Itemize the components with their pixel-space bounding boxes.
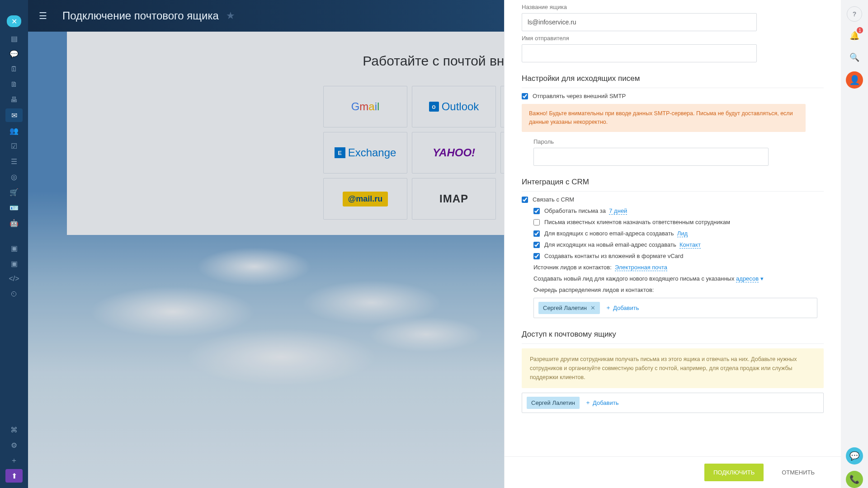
fab-chat[interactable]: 💬 bbox=[846, 447, 863, 465]
settings-panel: Название ящика Имя отправителя Настройки… bbox=[504, 0, 841, 488]
mailbox-name-input[interactable] bbox=[522, 13, 757, 31]
nav-item-drive[interactable]: 🖶 bbox=[5, 93, 23, 107]
sidebar-close-pill[interactable]: ✕ bbox=[7, 15, 21, 27]
queue-user-tag: Сергей Лалетин ✕ bbox=[538, 302, 600, 314]
outgoing-new-type-link[interactable]: Контакт bbox=[679, 241, 701, 249]
provider-exchange[interactable]: EExchange bbox=[323, 132, 407, 174]
nav-item-tasks[interactable]: ☑ bbox=[5, 139, 23, 153]
nav-item-marketing[interactable]: ◎ bbox=[5, 170, 23, 183]
nav-item-upgrade[interactable]: ⬆ bbox=[5, 469, 23, 483]
queue-tag-input[interactable]: Сергей Лалетин ✕ ＋Добавить bbox=[533, 298, 817, 318]
notifications-icon[interactable]: 🔔1 bbox=[847, 28, 862, 43]
nav-item-add[interactable]: ＋ bbox=[5, 454, 23, 467]
mailbox-name-label: Название ящика bbox=[522, 4, 824, 10]
user-avatar[interactable]: 👤 bbox=[846, 71, 863, 89]
exchange-icon: E bbox=[335, 147, 345, 158]
assign-known-label: Письма известных клиентов назначать отве… bbox=[544, 219, 730, 225]
panel-scroll[interactable]: Название ящика Имя отправителя Настройки… bbox=[505, 0, 841, 456]
cancel-button[interactable]: ОТМЕНИТЬ bbox=[773, 464, 824, 481]
nav-item-calendar[interactable]: 🗓 bbox=[5, 62, 23, 76]
nav-item-groups[interactable]: 👥 bbox=[5, 124, 23, 137]
fab-call[interactable]: 📞 bbox=[846, 471, 863, 488]
nav-item-shop[interactable]: 🛒 bbox=[5, 185, 23, 199]
access-add-button[interactable]: ＋Добавить bbox=[585, 399, 618, 407]
main-area: ☰ Подключение почтового ящика ★ ✕ Работа… bbox=[28, 0, 841, 488]
nav-item-more-1[interactable]: ▣ bbox=[5, 241, 23, 255]
help-icon[interactable]: ? bbox=[847, 6, 862, 22]
outgoing-heading: Настройки для исходящих писем bbox=[522, 74, 824, 88]
incoming-new-checkbox[interactable] bbox=[533, 230, 540, 237]
nav-item-filter[interactable]: ☰ bbox=[5, 155, 23, 168]
provider-yahoo[interactable]: YAHOO! bbox=[412, 132, 496, 174]
crm-link-label: Связать с CRM bbox=[533, 196, 574, 203]
chevron-down-icon[interactable]: ▾ bbox=[760, 275, 764, 282]
right-rail: ? 🔔1 🔍 👤 💬 📞 bbox=[841, 0, 868, 488]
smtp-warning: Важно! Будьте внимательны при вводе данн… bbox=[522, 104, 806, 132]
left-sidebar: ✕ ▤ 💬 🗓 🗎 🖶 ✉ 👥 ☑ ☰ ◎ 🛒 🪪 🤖 ▣ ▣ </> ⏲ ⌘ … bbox=[0, 0, 28, 488]
ext-smtp-checkbox[interactable] bbox=[522, 93, 528, 99]
new-lead-addresses-link[interactable]: адресов bbox=[736, 275, 759, 282]
nav-item-code[interactable]: </> bbox=[5, 272, 23, 286]
crm-link-checkbox[interactable] bbox=[522, 197, 528, 203]
nav-item-mail[interactable]: ✉ bbox=[5, 108, 23, 122]
process-days-link[interactable]: 7 дней bbox=[609, 207, 627, 215]
hamburger-icon[interactable]: ☰ bbox=[39, 10, 50, 21]
tag-remove-icon[interactable]: ✕ bbox=[590, 305, 595, 311]
provider-mailru[interactable]: @mail.ru bbox=[323, 178, 407, 220]
provider-gmail[interactable]: Gmail bbox=[323, 86, 407, 127]
provider-imap[interactable]: IMAP bbox=[412, 178, 496, 220]
queue-add-button[interactable]: ＋Добавить bbox=[605, 304, 639, 312]
nav-item-docs[interactable]: 🗎 bbox=[5, 78, 23, 91]
nav-item-bot[interactable]: 🤖 bbox=[5, 216, 23, 230]
nav-item-sitemap[interactable]: ⌘ bbox=[5, 423, 23, 436]
nav-item-pulse[interactable]: ⏲ bbox=[5, 287, 23, 301]
search-icon[interactable]: 🔍 bbox=[847, 50, 862, 65]
notification-badge: 1 bbox=[857, 27, 863, 33]
lead-source-link[interactable]: Электронная почта bbox=[615, 264, 667, 271]
outlook-icon: o bbox=[429, 102, 439, 112]
password-label: Пароль bbox=[533, 138, 824, 145]
access-tag-input[interactable]: Сергей Лалетин ＋Добавить bbox=[522, 393, 824, 413]
nav-item-feed[interactable]: ▤ bbox=[5, 32, 23, 45]
connect-button[interactable]: ПОДКЛЮЧИТЬ bbox=[704, 464, 764, 481]
sender-name-label: Имя отправителя bbox=[522, 35, 824, 42]
vcard-checkbox[interactable] bbox=[533, 253, 540, 259]
provider-outlook[interactable]: oOutlook bbox=[412, 86, 496, 127]
assign-known-checkbox[interactable] bbox=[533, 219, 540, 225]
sender-name-input[interactable] bbox=[522, 44, 757, 62]
nav-item-settings[interactable]: ⚙ bbox=[5, 438, 23, 452]
crm-heading: Интеграция с CRM bbox=[522, 178, 824, 192]
nav-item-contact[interactable]: 🪪 bbox=[5, 201, 23, 214]
access-info: Разрешите другим сотрудникам получать пи… bbox=[522, 348, 824, 388]
outgoing-new-checkbox[interactable] bbox=[533, 242, 540, 248]
queue-label: Очередь распределения лидов и контактов: bbox=[533, 286, 824, 293]
incoming-new-type-link[interactable]: Лид bbox=[677, 230, 688, 237]
process-days-checkbox[interactable] bbox=[533, 208, 540, 214]
nav-item-more-2[interactable]: ▣ bbox=[5, 257, 23, 270]
panel-footer: ПОДКЛЮЧИТЬ ОТМЕНИТЬ bbox=[505, 456, 841, 488]
password-input[interactable] bbox=[533, 148, 769, 166]
vcard-label: Создавать контакты из вложений в формате… bbox=[544, 253, 683, 259]
access-heading: Доступ к почтовому ящику bbox=[522, 330, 824, 344]
ext-smtp-label: Отправлять через внешний SMTP bbox=[533, 93, 626, 99]
page-title: Подключение почтового ящика bbox=[62, 9, 219, 22]
nav-item-chat[interactable]: 💬 bbox=[5, 47, 23, 61]
favorite-star-icon[interactable]: ★ bbox=[226, 10, 235, 22]
access-user-tag: Сергей Лалетин bbox=[527, 397, 580, 409]
